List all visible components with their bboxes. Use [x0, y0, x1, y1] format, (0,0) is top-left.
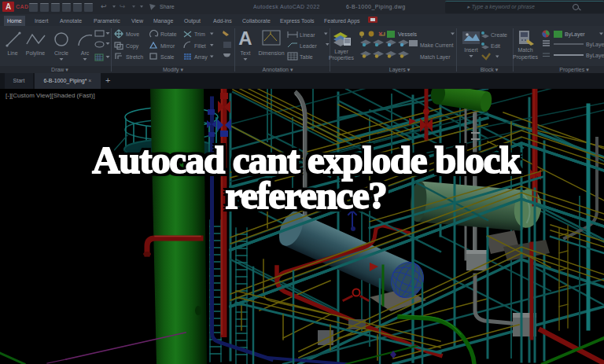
svg-text:Polyline: Polyline [26, 50, 46, 57]
svg-text:Leader: Leader [300, 43, 317, 49]
svg-text:ByLayer: ByLayer [586, 53, 604, 59]
svg-text:Dimension: Dimension [258, 50, 284, 56]
svg-text:Edit: Edit [491, 43, 500, 49]
svg-text:Draw ▾: Draw ▾ [51, 67, 68, 72]
svg-text:ByLayer: ByLayer [565, 31, 585, 38]
svg-text:Vessels: Vessels [398, 31, 418, 37]
svg-text:Block ▾: Block ▾ [481, 67, 499, 72]
svg-text:Text: Text [241, 50, 251, 56]
svg-text:Layers ▾: Layers ▾ [389, 67, 411, 73]
svg-text:Arc: Arc [81, 50, 90, 56]
svg-text:Make Current: Make Current [420, 42, 453, 48]
svg-text:Linear: Linear [300, 32, 315, 38]
svg-text:Line: Line [7, 50, 17, 56]
svg-text:Rotate: Rotate [160, 31, 177, 37]
svg-text:Move: Move [126, 31, 139, 37]
svg-text:Match: Match [517, 47, 532, 53]
svg-text:Properties: Properties [513, 54, 538, 61]
svg-text:Properties: Properties [329, 55, 354, 61]
svg-text:Trim: Trim [194, 31, 205, 37]
svg-text:Insert: Insert [464, 47, 478, 53]
svg-text:Modify ▾: Modify ▾ [163, 67, 184, 73]
svg-text:Stretch: Stretch [126, 54, 143, 60]
svg-text:Copy: Copy [126, 43, 139, 50]
svg-text:Properties ▾: Properties ▾ [559, 67, 589, 73]
svg-text:Annotation ▾: Annotation ▾ [263, 67, 293, 72]
svg-text:Layer: Layer [334, 49, 348, 55]
svg-text:Fillet: Fillet [194, 43, 206, 49]
svg-text:Match Layer: Match Layer [420, 54, 451, 61]
svg-text:Scale: Scale [160, 54, 175, 60]
svg-text:ByLayer: ByLayer [586, 42, 604, 48]
svg-text:Array: Array [194, 54, 208, 61]
svg-text:Circle: Circle [54, 50, 68, 56]
svg-text:Table: Table [300, 54, 313, 60]
svg-text:A: A [238, 28, 252, 49]
svg-text:Mirror: Mirror [160, 43, 175, 49]
svg-text:Create: Create [491, 32, 507, 38]
